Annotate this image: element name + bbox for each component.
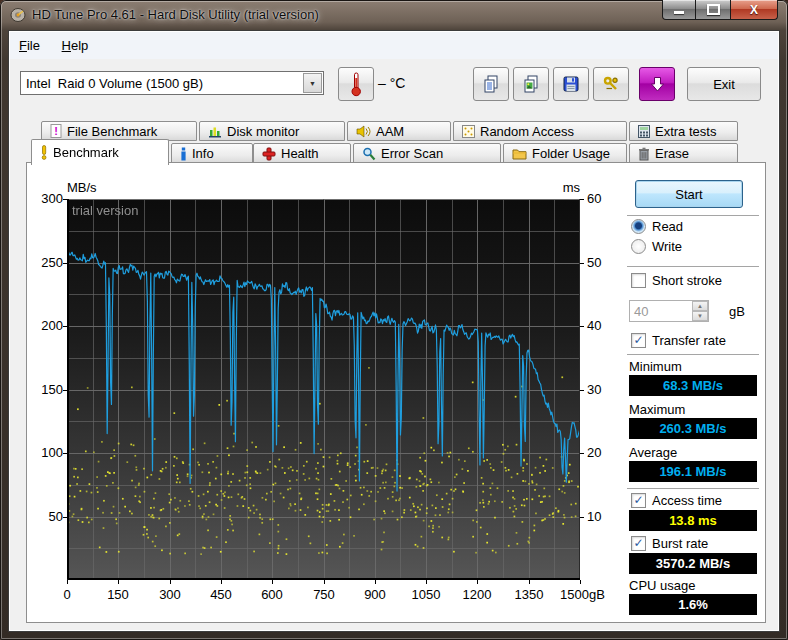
access-time-checkbox[interactable]: ✓ xyxy=(631,493,646,508)
read-radio[interactable] xyxy=(631,219,646,234)
cpu-usage-value: 1.6% xyxy=(629,594,757,615)
x-axis-tick xyxy=(221,580,222,584)
tab-label: Random Access xyxy=(480,124,574,139)
tab-label: Benchmark xyxy=(53,145,119,160)
x-axis-tick-label: 450 xyxy=(201,587,241,602)
write-label: Write xyxy=(652,239,682,254)
right-axis-tick-label: 20 xyxy=(587,445,617,460)
copy-text-button[interactable] xyxy=(473,67,509,101)
magnifier-icon xyxy=(362,147,376,161)
write-radio-row[interactable]: Write xyxy=(631,239,682,254)
temperature-button[interactable] xyxy=(338,67,374,101)
left-axis-tick-label: 200 xyxy=(29,318,63,333)
right-axis-tick xyxy=(580,517,584,518)
write-radio[interactable] xyxy=(631,239,646,254)
right-axis-tick-label: 50 xyxy=(587,255,617,270)
toolbar: Intel Raid 0 Volume (1500 gB) ▼ – °C xyxy=(10,59,778,119)
x-axis-tick-label: 600 xyxy=(252,587,292,602)
options-button[interactable] xyxy=(593,67,629,101)
tab-benchmark[interactable]: Benchmark xyxy=(31,139,169,165)
right-axis-tick-label: 40 xyxy=(587,318,617,333)
tab-info[interactable]: Info xyxy=(171,143,253,164)
x-axis-tick-label: 0 xyxy=(47,587,87,602)
right-axis-tick-label: 60 xyxy=(587,191,617,206)
dice-icon xyxy=(462,125,475,138)
calculator-icon xyxy=(638,125,650,138)
benchmark-chart-canvas xyxy=(67,199,580,580)
maximize-button[interactable] xyxy=(696,0,731,20)
average-value: 196.1 MB/s xyxy=(629,461,757,482)
titlebar[interactable]: HD Tune Pro 4.61 - Hard Disk Utility (tr… xyxy=(0,0,788,30)
start-label: Start xyxy=(675,187,702,202)
tab-extra-tests[interactable]: Extra tests xyxy=(629,121,738,141)
benchmark-page: MB/s ms trial version 300250200150100506… xyxy=(26,162,766,623)
tab-label: Erase xyxy=(655,146,689,161)
left-axis-unit-label: MB/s xyxy=(67,180,97,195)
access-time-row[interactable]: ✓ Access time xyxy=(631,493,722,508)
screen: { "window": { "title": "HD Tune Pro 4.61… xyxy=(0,0,788,640)
tab-health[interactable]: Health xyxy=(253,143,351,164)
right-axis-tick xyxy=(580,390,584,391)
copy-image-button[interactable] xyxy=(513,67,549,101)
burst-rate-row[interactable]: ✓ Burst rate xyxy=(631,536,708,551)
tab-aam[interactable]: AAM xyxy=(347,121,451,141)
copy-image-icon xyxy=(522,74,540,94)
minimize-button[interactable] xyxy=(662,0,696,20)
save-button[interactable] xyxy=(553,67,589,101)
tab-folder-usage[interactable]: Folder Usage xyxy=(503,143,627,164)
speaker-icon xyxy=(356,125,371,138)
right-axis-tick-label: 10 xyxy=(587,509,617,524)
transfer-rate-checkbox[interactable]: ✓ xyxy=(631,333,646,348)
x-axis-tick-label: 750 xyxy=(304,587,344,602)
download-button[interactable] xyxy=(639,67,675,101)
app-window: HD Tune Pro 4.61 - Hard Disk Utility (tr… xyxy=(0,0,788,640)
trash-icon xyxy=(638,147,650,161)
access-time-label: Access time xyxy=(652,493,722,508)
x-axis-tick xyxy=(477,580,478,584)
minimum-value: 68.3 MB/s xyxy=(629,375,757,396)
x-axis-tick-label: 1200 xyxy=(457,587,497,602)
exclaim-pink-icon: ! xyxy=(50,124,62,138)
burst-rate-checkbox[interactable]: ✓ xyxy=(631,536,646,551)
right-axis-tick xyxy=(580,326,584,327)
tab-file-benchmark[interactable]: ! File Benchmark xyxy=(41,121,197,141)
short-stroke-row[interactable]: Short stroke xyxy=(631,273,722,288)
cpu-usage-label: CPU usage xyxy=(629,578,695,593)
short-stroke-size-spinner[interactable]: 40 ▲ ▼ xyxy=(629,300,709,322)
tab-disk-monitor[interactable]: Disk monitor xyxy=(199,121,345,141)
tab-erase[interactable]: Erase xyxy=(629,143,738,164)
minimize-icon xyxy=(674,11,684,14)
tab-random-access[interactable]: Random Access xyxy=(453,121,627,141)
menu-file[interactable]: File xyxy=(10,32,49,59)
x-axis-tick xyxy=(67,580,68,584)
tab-label: Folder Usage xyxy=(532,146,610,161)
left-axis-tick-label: 300 xyxy=(29,191,63,206)
left-axis-tick xyxy=(63,263,67,264)
close-button[interactable]: X xyxy=(731,0,778,20)
maximize-icon xyxy=(707,4,720,15)
exclaim-yellow-icon xyxy=(40,145,48,160)
read-label: Read xyxy=(652,219,683,234)
tab-label: AAM xyxy=(376,124,404,139)
separator xyxy=(627,354,759,355)
short-stroke-checkbox[interactable] xyxy=(631,273,646,288)
spin-up-icon[interactable]: ▲ xyxy=(692,301,708,311)
exit-button[interactable]: Exit xyxy=(687,67,761,101)
chevron-down-icon[interactable]: ▼ xyxy=(303,73,322,93)
short-stroke-unit: gB xyxy=(729,304,745,319)
window-controls: X xyxy=(662,0,778,20)
menu-help[interactable]: Help xyxy=(53,32,98,59)
drive-select[interactable]: Intel Raid 0 Volume (1500 gB) ▼ xyxy=(20,71,324,95)
transfer-rate-label: Transfer rate xyxy=(652,333,726,348)
transfer-rate-row[interactable]: ✓ Transfer rate xyxy=(631,333,726,348)
read-radio-row[interactable]: Read xyxy=(631,219,683,234)
average-label: Average xyxy=(629,445,677,460)
right-axis-tick xyxy=(580,263,584,264)
right-axis-tick xyxy=(580,453,584,454)
start-button[interactable]: Start xyxy=(635,180,743,208)
left-axis-tick-label: 250 xyxy=(29,255,63,270)
access-time-value: 13.8 ms xyxy=(629,510,757,531)
tab-error-scan[interactable]: Error Scan xyxy=(353,143,501,164)
spin-down-icon[interactable]: ▼ xyxy=(692,311,708,321)
left-axis-tick xyxy=(63,199,67,200)
